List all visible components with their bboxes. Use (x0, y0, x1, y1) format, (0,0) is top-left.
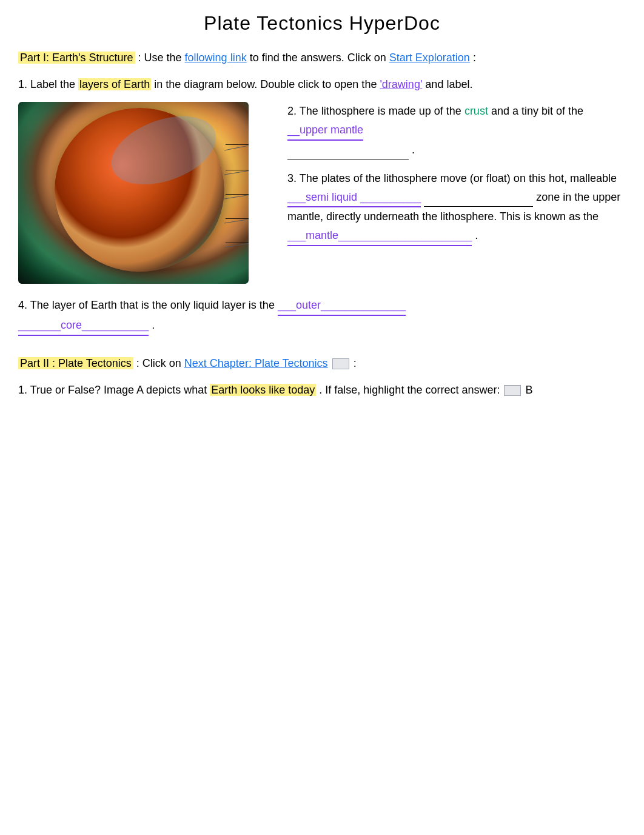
q2-period: . (412, 144, 415, 156)
svg-line-6 (224, 218, 249, 223)
to-find-text: to find the (250, 52, 298, 64)
q3-blank: ___semi liquid __________ (287, 188, 421, 208)
q2-blank1: __upper mantle (287, 121, 363, 141)
diagram-svg: __________ __________ __________ _______… (18, 102, 249, 284)
part1-use-text: : Use the (138, 52, 182, 64)
instr1-and-label: and label. (425, 78, 472, 90)
start-exploration-link[interactable]: Start Exploration (389, 52, 470, 64)
q3-period: . (475, 229, 478, 241)
q3-underline (424, 188, 533, 207)
part1-label: Part I: Earth's Structure (18, 52, 135, 64)
part2-click-text: : Click on (136, 357, 181, 369)
svg-line-4 (224, 194, 249, 199)
part1-colon: : (473, 52, 476, 64)
next-chapter-link[interactable]: Next Chapter: Plate Tectonics (184, 357, 328, 369)
q1p2-b: B (525, 384, 532, 396)
q4-period: . (152, 319, 155, 331)
instr1-in-diagram: in the diagram below. Double click to op… (154, 78, 377, 90)
part1-header: Part I: Earth's Structure : Use the foll… (18, 49, 626, 67)
q1p2-box (504, 385, 521, 396)
page-title: Plate Tectonics HyperDoc (18, 12, 626, 35)
q1p2-period-text: . If false, highlight the correct answer… (319, 384, 500, 396)
q4-intro: 4. The layer of Earth that is the only l… (18, 299, 275, 311)
svg-line-2 (224, 170, 249, 175)
q3-intro: 3. The plates of the lithosphere move (o… (287, 172, 617, 184)
svg-text:__________: __________ (225, 235, 249, 243)
svg-text:__________: __________ (225, 162, 249, 170)
q2-intro: 2. The lithosphere is made up of the (287, 105, 461, 117)
q1p2-highlight: Earth looks like today (210, 384, 316, 396)
drawing-link[interactable]: 'drawing' (380, 78, 422, 90)
part2-box (332, 358, 349, 369)
svg-line-0 (224, 144, 249, 150)
q1-part2-block: 1. True or False? Image A depicts what E… (18, 381, 626, 400)
q4-core-blank: _______core___________ (18, 316, 149, 336)
q4-blank: ___outer______________ (278, 296, 406, 316)
q2-crust: crust (465, 105, 488, 117)
question4-block: 4. The layer of Earth that is the only l… (18, 296, 626, 335)
q2-and-a: and a tiny bit of the (491, 105, 583, 117)
question3-block: 3. The plates of the lithosphere move (o… (287, 169, 626, 246)
svg-line-8 (224, 243, 249, 247)
question2-block: 2. The lithosphere is made up of the cru… (287, 102, 626, 159)
layers-highlight: layers of Earth (78, 78, 151, 90)
earth-diagram: __________ __________ __________ _______… (18, 102, 249, 284)
q3-mantle-blank: ___mantle______________________ (287, 226, 472, 246)
part2-label: Part II : Plate Tectonics (18, 357, 133, 369)
part2-colon: : (354, 357, 357, 369)
earth-diagram-container: __________ __________ __________ _______… (18, 102, 273, 284)
following-link[interactable]: following link (185, 52, 247, 64)
svg-text:__________: __________ (225, 136, 249, 145)
svg-text:__________: __________ (225, 210, 249, 219)
q2-underline1 (287, 141, 409, 160)
answers-text: answers. Click on (301, 52, 386, 64)
content-area: __________ __________ __________ _______… (18, 102, 626, 284)
right-questions: 2. The lithosphere is made up of the cru… (287, 102, 626, 284)
svg-text:__________: __________ (225, 186, 249, 195)
instr1-text: 1. Label the (18, 78, 75, 90)
q1p2-text: 1. True or False? Image A depicts what (18, 384, 207, 396)
instruction1: 1. Label the layers of Earth in the diag… (18, 75, 626, 94)
part2-header: Part II : Plate Tectonics : Click on Nex… (18, 354, 626, 373)
